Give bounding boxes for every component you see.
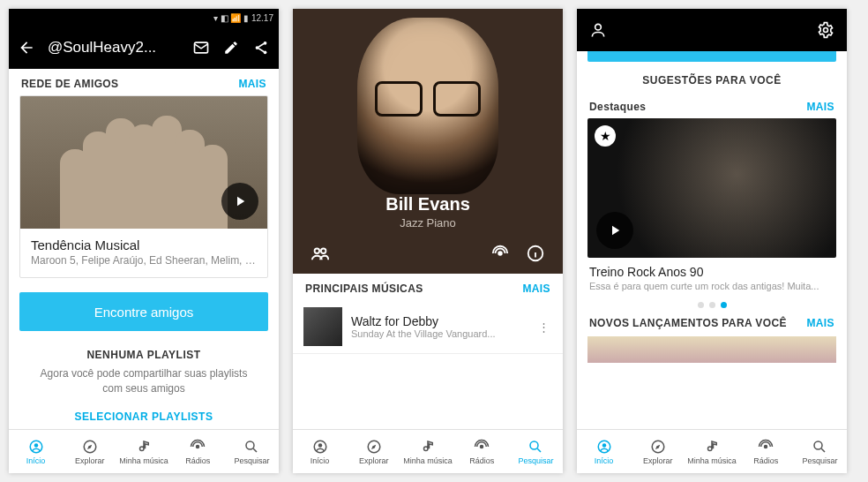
nav-explorar[interactable]: Explorar [63, 430, 116, 473]
info-icon[interactable] [524, 242, 547, 265]
profile-username: @SoulHeavy2... [48, 39, 180, 56]
no-playlist-heading: NENHUMA PLAYLIST [32, 349, 256, 361]
svg-point-23 [764, 444, 768, 448]
song-thumb [303, 307, 342, 346]
section-header-top-songs: PRINCIPAIS MÚSICAS MAIS [293, 274, 563, 300]
dot[interactable] [698, 302, 704, 308]
nav-inicio[interactable]: Início [9, 430, 63, 473]
carousel-dots[interactable] [577, 291, 847, 315]
more-link[interactable]: MAIS [806, 101, 834, 113]
svg-point-24 [814, 441, 822, 449]
svg-point-8 [246, 441, 254, 449]
screen-artist: Bill Evans Jazz Piano PRINCIPAIS MÚSICAS… [293, 9, 563, 473]
svg-point-10 [321, 249, 326, 254]
dot[interactable] [709, 302, 715, 308]
song-album: Sunday At the Village Vanguard... [351, 328, 526, 339]
artist-name: Bill Evans [385, 194, 470, 215]
svg-point-18 [595, 24, 602, 30]
back-icon[interactable] [18, 39, 35, 56]
artist-hero: Bill Evans Jazz Piano [293, 9, 563, 274]
suggestions-heading: SUGESTÕES PARA VOCÊ [577, 65, 847, 92]
nav-inicio[interactable]: Início [577, 430, 631, 473]
highlight-subtitle: Essa é para quem curte um rock das antig… [587, 281, 836, 291]
trend-card[interactable]: Tendência Musical Maroon 5, Felipe Araúj… [19, 95, 268, 278]
profile-icon[interactable] [589, 21, 607, 39]
nav-radios[interactable]: Rádios [739, 430, 793, 473]
star-badge-icon: ★ [595, 125, 616, 147]
find-friends-button[interactable]: Encontre amigos [19, 292, 268, 331]
screen-home: SUGESTÕES PARA VOCÊ Destaques MAIS ★ Tre… [577, 9, 847, 473]
dot-active[interactable] [721, 302, 727, 308]
svg-point-19 [824, 28, 828, 33]
nav-minha-musica[interactable]: Minha música [116, 430, 170, 473]
trend-card-image [20, 96, 267, 229]
more-link[interactable]: MAIS [238, 78, 266, 90]
play-button[interactable] [221, 183, 258, 220]
nav-minha-musica[interactable]: Minha música [685, 430, 738, 473]
song-menu-icon[interactable]: ⋮ [535, 320, 552, 334]
new-releases-strip[interactable] [587, 336, 836, 363]
nav-explorar[interactable]: Explorar [631, 430, 685, 473]
highlight-image: ★ [587, 118, 836, 258]
app-bar [577, 9, 847, 51]
nav-radios[interactable]: Rádios [171, 430, 225, 473]
nav-explorar[interactable]: Explorar [347, 430, 400, 473]
section-header-friends: REDE DE AMIGOS MAIS [9, 69, 279, 95]
more-link[interactable]: MAIS [806, 317, 834, 329]
section-title: PRINCIPAIS MÚSICAS [305, 282, 423, 295]
section-header-novos: NOVOS LANÇAMENTOS PARA VOCÊ MAIS [577, 315, 847, 335]
song-row[interactable]: Waltz for Debby Sunday At the Village Va… [293, 300, 563, 354]
bottom-nav: Início Explorar Minha música Rádios Pesq… [9, 429, 279, 473]
radio-icon[interactable] [489, 242, 512, 265]
svg-point-16 [480, 444, 484, 448]
no-playlist-text: Agora você pode compartilhar suas playli… [32, 366, 256, 396]
highlight-card[interactable]: ★ Treino Rock Anos 90 Essa é para quem c… [587, 118, 836, 291]
no-playlist-block: NENHUMA PLAYLIST Agora você pode compart… [9, 336, 279, 402]
svg-point-11 [498, 252, 502, 255]
status-bar: ▾ ◧ 📶 ▮ 12.17 [9, 9, 279, 26]
section-header-destaques: Destaques MAIS [577, 92, 847, 118]
settings-icon[interactable] [817, 21, 834, 39]
svg-point-9 [315, 249, 320, 254]
nav-inicio[interactable]: Início [293, 430, 347, 473]
song-title: Waltz for Debby [351, 314, 526, 328]
select-playlists-link[interactable]: SELECIONAR PLAYLISTS [9, 402, 279, 428]
nav-minha-musica[interactable]: Minha música [400, 430, 454, 473]
nav-pesquisar[interactable]: Pesquisar [225, 430, 279, 473]
app-bar: @SoulHeavy2... [9, 26, 279, 69]
svg-point-5 [34, 443, 38, 448]
nav-pesquisar[interactable]: Pesquisar [793, 430, 847, 473]
section-title: NOVOS LANÇAMENTOS PARA VOCÊ [589, 317, 787, 329]
blue-strip [587, 51, 836, 62]
screen-profile: ▾ ◧ 📶 ▮ 12.17 @SoulHeavy2... REDE DE AMI… [9, 9, 279, 473]
bottom-nav: Início Explorar Minha música Rádios Pesq… [577, 429, 847, 473]
trend-card-title: Tendência Musical [31, 237, 257, 252]
svg-point-7 [196, 444, 200, 448]
svg-point-17 [530, 441, 538, 449]
mail-icon[interactable] [192, 39, 210, 56]
nav-pesquisar[interactable]: Pesquisar [509, 430, 563, 473]
glasses-overlay [375, 81, 481, 111]
trend-card-subtitle: Maroon 5, Felipe Araújo, Ed Sheeran, Mel… [31, 254, 257, 267]
share-icon[interactable] [252, 39, 270, 56]
section-title: Destaques [589, 101, 646, 113]
highlight-title: Treino Rock Anos 90 [587, 258, 836, 281]
svg-point-14 [318, 443, 322, 448]
more-link[interactable]: MAIS [522, 282, 550, 295]
svg-point-21 [602, 443, 606, 448]
nav-radios[interactable]: Rádios [455, 430, 509, 473]
section-title: REDE DE AMIGOS [21, 78, 119, 90]
edit-icon[interactable] [222, 39, 240, 56]
play-button[interactable] [596, 212, 633, 249]
bottom-nav: Início Explorar Minha música Rádios Pesq… [293, 429, 563, 473]
listeners-icon[interactable] [309, 242, 332, 265]
artist-genre: Jazz Piano [400, 216, 456, 230]
